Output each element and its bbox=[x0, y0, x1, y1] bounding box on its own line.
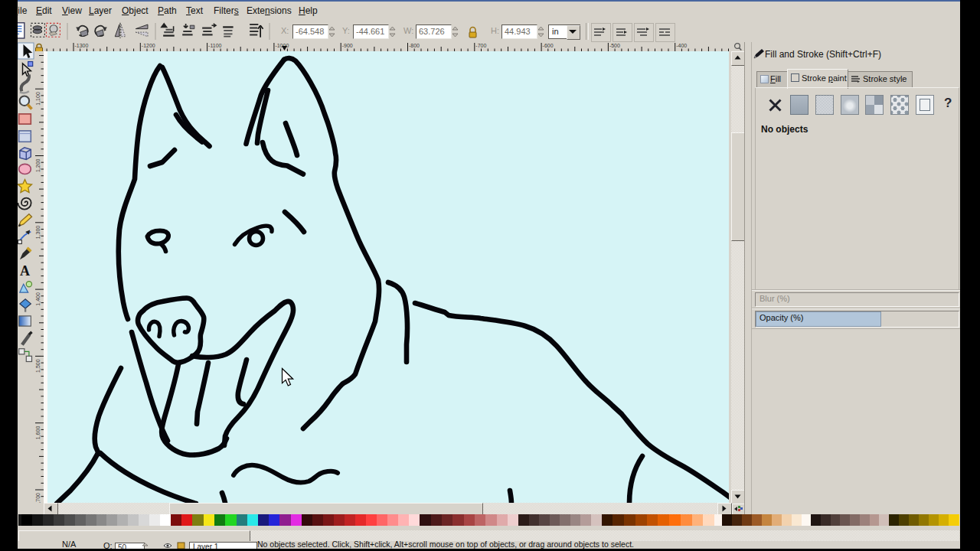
svg-text:1,700: 1,700 bbox=[35, 493, 41, 503]
svg-text:-600: -600 bbox=[543, 43, 554, 48]
svg-text:-1100: -1100 bbox=[208, 43, 221, 48]
svg-text:-900: -900 bbox=[342, 43, 353, 48]
svg-text:-800: -800 bbox=[409, 43, 420, 48]
svg-text:-700: -700 bbox=[475, 43, 486, 48]
svg-text:1,400: 1,400 bbox=[35, 292, 41, 306]
svg-text:1,200: 1,200 bbox=[35, 158, 41, 172]
svg-text:1,500: 1,500 bbox=[35, 359, 41, 373]
svg-text:1,100: 1,100 bbox=[35, 92, 41, 106]
svg-text:A: A bbox=[20, 263, 30, 279]
svg-text:-1300: -1300 bbox=[75, 43, 89, 48]
svg-text:1,300: 1,300 bbox=[35, 226, 41, 240]
svg-text:-1000: -1000 bbox=[275, 43, 289, 48]
svg-text:-500: -500 bbox=[609, 43, 620, 48]
svg-text:-400: -400 bbox=[676, 43, 687, 48]
svg-text:1,600: 1,600 bbox=[35, 426, 41, 440]
svg-text:-1200: -1200 bbox=[142, 43, 155, 48]
